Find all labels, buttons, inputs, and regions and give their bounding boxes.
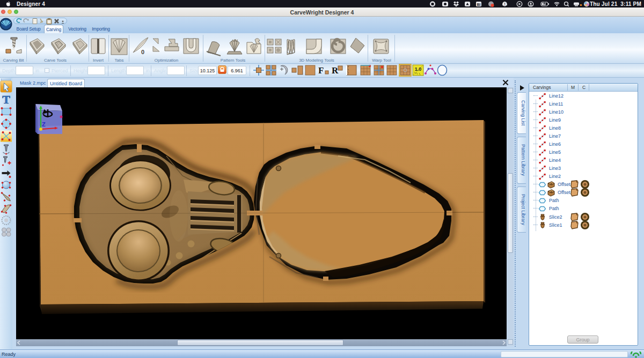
svg-text:0: 0 bbox=[141, 49, 144, 55]
svg-text:F: F bbox=[318, 65, 324, 76]
svg-text:R: R bbox=[332, 65, 339, 76]
svg-text:T: T bbox=[2, 93, 10, 106]
svg-text:Z: Z bbox=[42, 121, 46, 128]
svg-text:!: ! bbox=[504, 2, 505, 6]
svg-text:1.0: 1.0 bbox=[415, 66, 422, 72]
svg-text:BI: BI bbox=[477, 3, 481, 6]
